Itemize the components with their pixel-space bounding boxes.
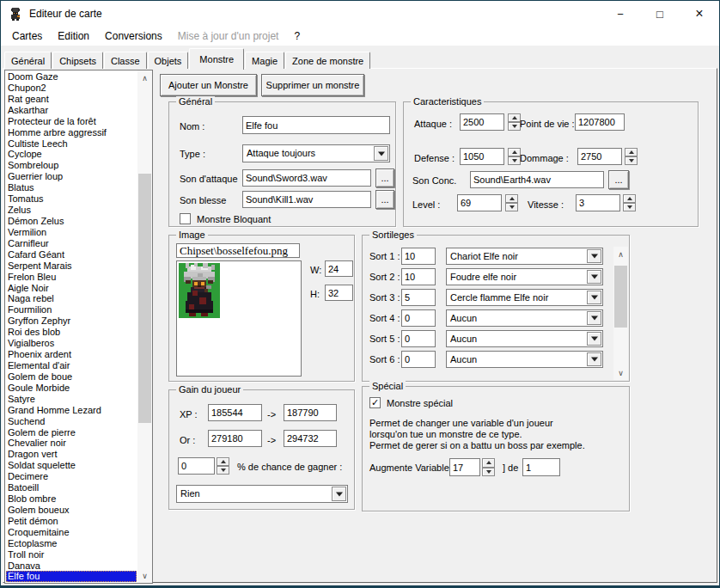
dropdown-arrow-icon[interactable] bbox=[332, 487, 346, 501]
list-item[interactable]: Gryffon Zephyr bbox=[6, 315, 137, 327]
xp-to-input[interactable] bbox=[284, 404, 337, 421]
spin-up-icon[interactable] bbox=[508, 113, 521, 122]
son-blesse-input[interactable] bbox=[242, 191, 371, 208]
spin-down-icon[interactable] bbox=[508, 122, 521, 131]
dropdown-arrow-icon[interactable] bbox=[587, 332, 601, 346]
sortileges-scrollbar[interactable]: ∧ ∨ bbox=[613, 247, 628, 380]
list-item[interactable]: Cafard Géant bbox=[6, 249, 137, 260]
list-item[interactable]: Démon Zelus bbox=[6, 216, 137, 227]
add-monster-button[interactable]: Ajouter un Monstre bbox=[160, 74, 257, 96]
tab[interactable]: Chipsets bbox=[52, 52, 103, 69]
vitesse-spinner[interactable] bbox=[623, 194, 636, 211]
xp-from-input[interactable] bbox=[208, 404, 262, 421]
sort-count-input[interactable] bbox=[401, 330, 436, 347]
list-item[interactable]: Protecteur de la forêt bbox=[6, 116, 137, 127]
list-item[interactable]: Serpent Marais bbox=[6, 260, 137, 272]
close-button[interactable]: × bbox=[680, 1, 719, 27]
list-item[interactable]: Golem boueux bbox=[6, 505, 137, 516]
image-path-input[interactable] bbox=[176, 243, 300, 258]
sort-spell-combo[interactable]: Aucun bbox=[446, 351, 603, 368]
list-item[interactable]: Askarthar bbox=[6, 105, 137, 116]
list-item[interactable]: Aigle Noir bbox=[6, 283, 137, 294]
list-item[interactable]: Croquemitaine bbox=[6, 527, 137, 538]
sort-count-input[interactable] bbox=[401, 248, 436, 265]
sort-spell-combo[interactable]: Foudre elfe noir bbox=[446, 268, 603, 285]
list-item[interactable]: Blatus bbox=[6, 182, 137, 193]
tab[interactable]: Zone de monstre bbox=[285, 52, 370, 69]
list-item[interactable]: Guerrier loup bbox=[6, 171, 137, 182]
width-input[interactable] bbox=[325, 260, 353, 277]
scroll-down-icon[interactable]: ∨ bbox=[137, 568, 152, 583]
dropdown-arrow-icon[interactable] bbox=[587, 291, 601, 304]
browse-son-attaque-button[interactable]: ... bbox=[375, 168, 394, 187]
list-item[interactable]: Cultiste Leech bbox=[6, 138, 137, 150]
list-item[interactable]: Cyclope bbox=[6, 149, 137, 160]
list-item[interactable]: Suchend bbox=[6, 416, 137, 427]
level-input[interactable] bbox=[457, 194, 502, 211]
sort-spell-combo[interactable]: Chariot Elfe noir bbox=[446, 248, 603, 265]
browse-son-conc-button[interactable]: ... bbox=[608, 170, 629, 189]
menu-item[interactable]: Conversions bbox=[97, 27, 170, 46]
list-item[interactable]: Doom Gaze bbox=[6, 71, 137, 83]
spin-down-icon[interactable] bbox=[508, 156, 521, 165]
spin-down-icon[interactable] bbox=[482, 468, 495, 477]
list-item[interactable]: Troll noir bbox=[6, 549, 137, 560]
dommage-spinner[interactable] bbox=[625, 148, 638, 165]
sort-count-input[interactable] bbox=[401, 351, 436, 368]
menu-item[interactable]: Cartes bbox=[4, 27, 50, 46]
nom-input[interactable] bbox=[242, 116, 390, 134]
chance-input[interactable] bbox=[178, 457, 215, 475]
list-item[interactable]: Chupon2 bbox=[6, 83, 137, 94]
dropdown-arrow-icon[interactable] bbox=[587, 311, 601, 325]
scroll-up-icon[interactable]: ∧ bbox=[137, 70, 152, 85]
spin-up-icon[interactable] bbox=[482, 458, 495, 468]
vitesse-input[interactable] bbox=[576, 194, 620, 211]
spin-up-icon[interactable] bbox=[505, 194, 518, 203]
list-item[interactable]: Fourmilion bbox=[6, 304, 137, 315]
tab[interactable]: Objets bbox=[148, 52, 189, 69]
monster-list-scrollbar[interactable]: ∧ ∨ bbox=[137, 70, 152, 583]
list-item[interactable]: Elemental d'air bbox=[6, 360, 137, 371]
list-item[interactable]: Sombreloup bbox=[6, 160, 137, 171]
list-item[interactable]: Vermilion bbox=[6, 227, 137, 238]
defense-spinner[interactable] bbox=[508, 148, 521, 165]
spin-down-icon[interactable] bbox=[505, 203, 518, 211]
sort-spell-combo[interactable]: Cercle flamme Elfe noir bbox=[446, 289, 603, 306]
or-to-input[interactable] bbox=[284, 430, 337, 447]
list-item[interactable]: Grand Homme Lezard bbox=[6, 405, 137, 416]
list-item[interactable]: Ectoplasme bbox=[6, 538, 137, 549]
sort-count-input[interactable] bbox=[401, 268, 436, 285]
maximize-button[interactable]: □ bbox=[640, 1, 680, 27]
sort-spell-combo[interactable]: Aucun bbox=[446, 309, 603, 327]
dropdown-arrow-icon[interactable] bbox=[587, 352, 601, 366]
scroll-up-icon[interactable]: ∧ bbox=[613, 247, 628, 261]
list-item[interactable]: Carnifleur bbox=[6, 238, 137, 249]
de-value-input[interactable] bbox=[522, 458, 560, 476]
spin-up-icon[interactable] bbox=[217, 457, 229, 466]
level-spinner[interactable] bbox=[505, 194, 518, 211]
sort-count-input[interactable] bbox=[401, 309, 436, 327]
list-item[interactable]: Naga rebel bbox=[6, 293, 137, 304]
menu-item[interactable]: ? bbox=[286, 27, 308, 46]
monstre-special-checkbox[interactable]: ✓ Monstre spécial bbox=[369, 397, 453, 408]
list-item[interactable]: Chevalier noir bbox=[6, 438, 137, 449]
son-attaque-input[interactable] bbox=[242, 169, 371, 187]
attaque-input[interactable] bbox=[460, 113, 504, 131]
list-item[interactable]: Elfe fou bbox=[6, 571, 137, 582]
tab[interactable]: Magie bbox=[245, 52, 284, 69]
checkbox-box[interactable] bbox=[180, 213, 191, 224]
dropdown-arrow-icon[interactable] bbox=[587, 270, 601, 284]
dropdown-arrow-icon[interactable] bbox=[374, 146, 388, 161]
list-item[interactable]: Zelus bbox=[6, 205, 137, 216]
list-item[interactable]: Golem de pierre bbox=[6, 427, 137, 438]
chance-spinner[interactable] bbox=[217, 457, 229, 475]
drop-combo[interactable]: Rien bbox=[176, 485, 348, 503]
dommage-input[interactable] bbox=[577, 148, 622, 165]
list-item[interactable]: Decimere bbox=[6, 471, 137, 482]
spin-down-icon[interactable] bbox=[217, 466, 229, 475]
dropdown-arrow-icon[interactable] bbox=[587, 249, 601, 263]
list-item[interactable]: Frelon Bleu bbox=[6, 272, 137, 283]
pv-input[interactable] bbox=[575, 113, 625, 131]
height-input[interactable] bbox=[325, 285, 353, 301]
tab[interactable]: Classe bbox=[104, 52, 147, 69]
